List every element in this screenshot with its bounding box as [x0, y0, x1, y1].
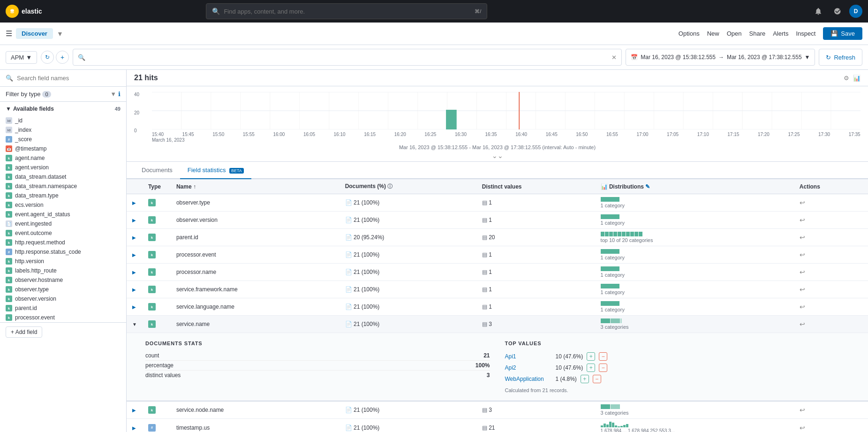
hits-settings-icon[interactable]: ⚙ — [844, 75, 849, 82]
field-name: http.response.status_code — [15, 249, 81, 255]
add-field-btn[interactable]: + Add field — [6, 326, 42, 338]
refresh-button[interactable]: ↻ Refresh — [819, 49, 862, 66]
recent-icon[interactable] — [830, 5, 844, 18]
expand-btn[interactable]: ▶ — [132, 425, 136, 431]
elastic-logo[interactable]: elastic — [6, 5, 42, 18]
dist-settings-icon[interactable]: ✎ — [645, 183, 650, 190]
field-item-observerhostname[interactable]: k observer.hostname — [0, 275, 126, 285]
top-value-name-1[interactable]: Api1 — [505, 353, 552, 360]
field-item-parentid[interactable]: k parent.id — [0, 303, 126, 313]
expand-btn[interactable]: ▶ — [132, 235, 136, 240]
action-icon[interactable]: ↩ — [800, 286, 805, 293]
new-link[interactable]: New — [707, 30, 719, 37]
global-search-input[interactable] — [224, 8, 471, 15]
field-item-index[interactable]: id _index — [0, 125, 126, 135]
field-item-agentversion[interactable]: k agent.version — [0, 163, 126, 172]
share-link[interactable]: Share — [749, 30, 766, 37]
action-icon[interactable]: ↩ — [800, 268, 805, 276]
filter-dropdown-icon[interactable]: ▼ — [110, 91, 116, 98]
expand-btn[interactable]: ▼ — [132, 322, 137, 327]
field-name-cell: timestamp.us — [171, 419, 340, 432]
open-link[interactable]: Open — [727, 30, 742, 37]
chart-collapse-btn[interactable]: ⌄⌄ — [134, 152, 860, 159]
tab-field-statistics[interactable]: Field statistics BETA — [180, 162, 251, 179]
action-icon[interactable]: ↩ — [800, 320, 805, 328]
tab-documents[interactable]: Documents — [134, 162, 180, 179]
available-fields-header[interactable]: ▼ Available fields 49 — [6, 106, 121, 112]
time-picker[interactable]: 📅 Mar 16, 2023 @ 15:38:12.555 → Mar 16, … — [626, 49, 815, 66]
top-value-plus-btn-3[interactable]: + — [581, 375, 589, 383]
inspect-link[interactable]: Inspect — [796, 30, 815, 37]
col-type[interactable]: Type — [143, 179, 171, 194]
discover-dropdown-icon[interactable]: ▼ — [57, 30, 63, 38]
sidebar-search-input[interactable] — [17, 75, 121, 82]
notifications-icon[interactable] — [812, 5, 825, 18]
field-item-httprequestmethod[interactable]: k http.request.method — [0, 238, 126, 247]
add-query-button[interactable]: + — [56, 51, 69, 64]
expand-btn[interactable]: ▶ — [132, 252, 136, 258]
action-icon[interactable]: ↩ — [800, 406, 805, 414]
top-value-plus-btn-1[interactable]: + — [587, 352, 595, 361]
col-distinct[interactable]: Distinct values — [476, 179, 595, 194]
action-icon[interactable]: ↩ — [800, 234, 805, 241]
field-item-labelshttproute[interactable]: k labels.http_route — [0, 266, 126, 275]
global-search-bar[interactable]: 🔍 ⌘/ — [206, 3, 487, 19]
action-icon[interactable]: ↩ — [800, 424, 805, 432]
top-value-minus-btn-1[interactable]: − — [599, 352, 607, 361]
field-item-observerversion[interactable]: k observer.version — [0, 294, 126, 303]
action-icon[interactable]: ↩ — [800, 199, 805, 206]
field-name: @timestamp — [15, 145, 47, 152]
action-icon[interactable]: ↩ — [800, 216, 805, 224]
query-input[interactable]: processor.event:"transaction" AND trace.… — [89, 54, 608, 61]
field-type-k-icon: k — [6, 164, 12, 171]
field-item-eventagentidstatus[interactable]: k event.agent_id_status — [0, 210, 126, 219]
expand-btn[interactable]: ▶ — [132, 270, 136, 275]
expand-btn[interactable]: ▶ — [132, 200, 136, 205]
top-value-name-2[interactable]: Api2 — [505, 364, 552, 371]
field-item-dsnamespace[interactable]: k data_stream.namespace — [0, 182, 126, 191]
sidebar-search-bar[interactable]: 🔍 — [0, 70, 126, 87]
field-name: parent.id — [15, 305, 37, 311]
user-avatar[interactable]: D — [849, 5, 862, 18]
col-dist[interactable]: 📊 Distributions ✎ — [595, 179, 794, 194]
expand-btn[interactable]: ▶ — [132, 408, 136, 413]
hits-chart-icon[interactable]: 📊 — [853, 75, 860, 82]
col-docs[interactable]: Documents (%) ⓘ — [340, 179, 476, 194]
options-link[interactable]: Options — [679, 30, 700, 37]
save-button[interactable]: 💾 Save — [823, 27, 862, 40]
add-filter-button[interactable]: ↻ — [41, 51, 54, 64]
top-value-plus-btn-2[interactable]: + — [587, 364, 595, 372]
field-item-httpresponsestatus[interactable]: # http.response.status_code — [0, 247, 126, 257]
field-item-agentname[interactable]: k agent.name — [0, 153, 126, 163]
expand-btn[interactable]: ▶ — [132, 304, 136, 310]
field-item-httpversion[interactable]: k http.version — [0, 257, 126, 266]
stats-pct-value: 100% — [476, 362, 490, 369]
action-icon[interactable]: ↩ — [800, 303, 805, 311]
field-item-score[interactable]: # _score — [0, 135, 126, 144]
dist-cell: 1 category — [595, 212, 794, 229]
top-value-minus-btn-2[interactable]: − — [599, 364, 607, 372]
field-item-dsdataset[interactable]: k data_stream.dataset — [0, 172, 126, 182]
expand-btn[interactable]: ▶ — [132, 287, 136, 292]
field-item-processorevent[interactable]: k processor.event — [0, 313, 126, 322]
discover-badge[interactable]: Discover — [16, 28, 53, 39]
field-item-dstype[interactable]: k data_stream.type — [0, 191, 126, 200]
expand-btn[interactable]: ▶ — [132, 218, 136, 223]
field-item-ecsversion[interactable]: k ecs.version — [0, 200, 126, 210]
col-name[interactable]: Name ↑ — [171, 179, 340, 194]
action-icon[interactable]: ↩ — [800, 251, 805, 258]
field-item-timestamp[interactable]: 📅 @timestamp — [0, 144, 126, 153]
query-clear-icon[interactable]: ✕ — [611, 54, 617, 61]
alerts-link[interactable]: Alerts — [773, 30, 788, 37]
apm-dropdown-button[interactable]: APM ▼ — [6, 51, 37, 64]
query-input-container[interactable]: 🔍 processor.event:"transaction" AND trac… — [73, 49, 622, 66]
hamburger-menu[interactable]: ☰ — [6, 29, 12, 38]
top-value-name-3[interactable]: WebApplication — [505, 376, 552, 382]
field-item-observertype[interactable]: k observer.type — [0, 285, 126, 294]
field-item-eventingested[interactable]: 📄 event.ingested — [0, 219, 126, 228]
add-field-button[interactable]: + Add field — [0, 322, 126, 341]
top-value-minus-btn-3[interactable]: − — [593, 375, 601, 383]
filter-info-icon[interactable]: ℹ — [118, 91, 121, 98]
field-item-id[interactable]: id _id — [0, 116, 126, 125]
field-item-eventoutcome[interactable]: k event.outcome — [0, 228, 126, 238]
